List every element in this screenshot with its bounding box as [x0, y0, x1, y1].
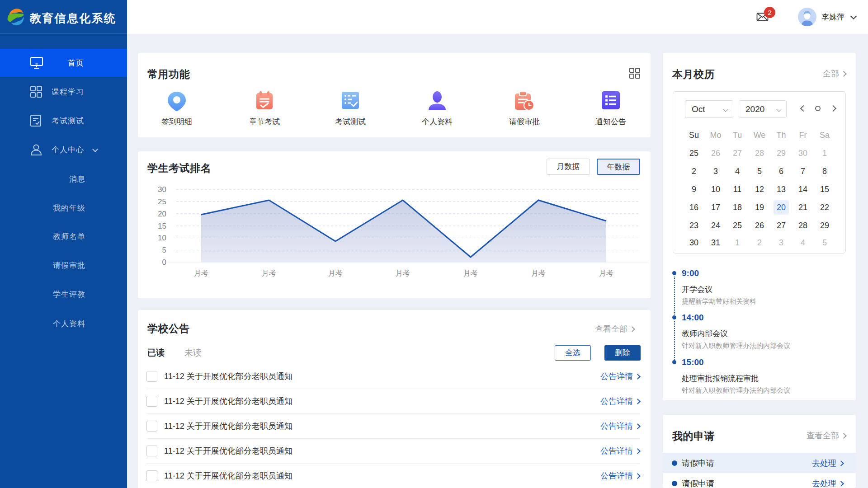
svg-text:月考: 月考: [328, 269, 343, 277]
svg-text:月考: 月考: [463, 269, 478, 277]
svg-text:25: 25: [158, 197, 166, 206]
svg-text:20: 20: [158, 210, 166, 218]
svg-text:0: 0: [162, 258, 166, 267]
svg-text:月考: 月考: [194, 269, 208, 277]
svg-text:月考: 月考: [599, 269, 613, 277]
svg-text:月考: 月考: [531, 269, 546, 277]
svg-text:15: 15: [158, 222, 166, 230]
svg-text:月考: 月考: [396, 269, 410, 277]
svg-text:10: 10: [158, 234, 166, 242]
svg-text:5: 5: [162, 246, 166, 254]
svg-text:月考: 月考: [262, 269, 276, 277]
svg-text:30: 30: [158, 185, 166, 194]
